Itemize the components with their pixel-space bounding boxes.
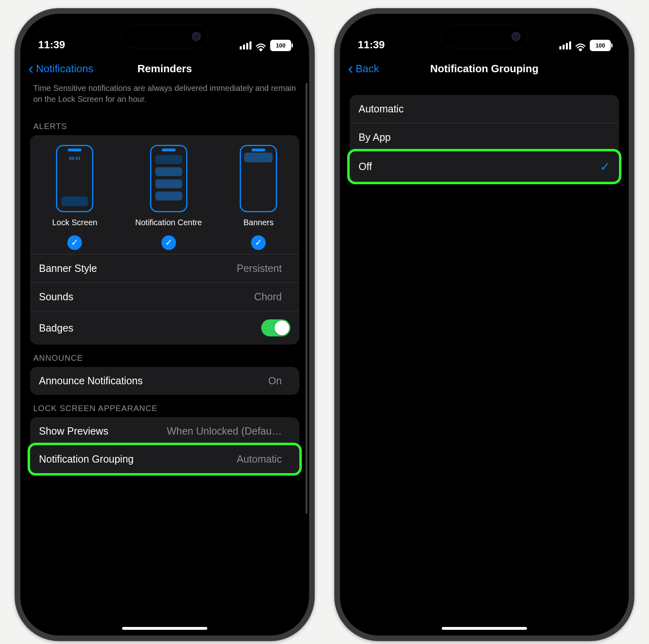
banner-style-row[interactable]: Banner Style Persistent› (30, 254, 299, 282)
row-label: Banner Style (39, 263, 97, 274)
dynamic-island (122, 25, 207, 48)
front-camera (192, 32, 201, 41)
home-indicator[interactable] (122, 627, 207, 630)
alert-style-label: Notification Centre (135, 218, 202, 227)
sounds-row[interactable]: Sounds Chord› (30, 282, 299, 311)
badges-toggle[interactable] (261, 319, 290, 336)
checkmark-icon: ✓ (67, 235, 82, 250)
wifi-icon (575, 41, 586, 50)
svg-point-0 (260, 50, 262, 51)
row-label: Announce Notifications (39, 375, 143, 387)
alert-style-label: Lock Screen (52, 218, 97, 227)
dynamic-island (442, 25, 527, 48)
svg-point-1 (580, 50, 581, 51)
checkmark-icon: ✓ (161, 235, 176, 250)
back-label: Notifications (36, 62, 94, 75)
front-camera (511, 32, 520, 41)
status-time: 11:39 (358, 39, 385, 51)
alert-style-label: Banners (243, 218, 274, 227)
row-label: Badges (39, 322, 73, 334)
highlight-box: Notification Grouping Automatic› (28, 443, 302, 476)
option-label: Off (359, 161, 372, 172)
show-previews-row[interactable]: Show Previews When Unlocked (Defau…› (30, 417, 299, 445)
wifi-icon (256, 41, 266, 50)
nav-bar: ‹ Back Notification Grouping (340, 54, 629, 83)
page-title: Notification Grouping (340, 62, 629, 75)
highlight-box: Off ✓ (347, 149, 621, 184)
grouping-option-automatic[interactable]: Automatic (350, 95, 619, 123)
phone-left: 11:39 100 ‹ Notifications Reminders Time… (15, 8, 315, 641)
row-label: Sounds (39, 291, 73, 303)
checkmark-icon: ✓ (251, 235, 266, 250)
announce-notifications-row[interactable]: Announce Notifications On› (30, 367, 299, 395)
back-button[interactable]: ‹ Back (348, 62, 379, 75)
phone-right: 11:39 100 ‹ Back Notification Grouping (334, 8, 634, 641)
cellular-signal-icon (240, 41, 251, 50)
alert-style-lock-screen[interactable]: 09:41 Lock Screen ✓ (52, 145, 97, 250)
nav-bar: ‹ Notifications Reminders (20, 54, 309, 83)
cellular-signal-icon (559, 41, 571, 50)
notification-grouping-row[interactable]: Notification Grouping Automatic› (30, 445, 299, 473)
announce-section-header: ANNOUNCE (30, 345, 299, 367)
option-label: By App (359, 131, 391, 143)
grouping-option-by-app[interactable]: By App (350, 123, 619, 151)
battery-icon: 100 (590, 40, 611, 51)
scrollbar[interactable] (305, 83, 307, 514)
back-button[interactable]: ‹ Notifications (28, 62, 93, 75)
checkmark-icon: ✓ (600, 159, 610, 174)
grouping-options-content: Automatic By App Off ✓ (340, 95, 629, 635)
badges-row[interactable]: Badges (30, 311, 299, 345)
settings-content: Time Sensitive notifications are always … (20, 83, 309, 635)
alert-style-notification-centre[interactable]: Notification Centre ✓ (135, 145, 202, 250)
lock-screen-appearance-header: LOCK SCREEN APPEARANCE (30, 395, 299, 417)
grouping-option-off[interactable]: Off ✓ (350, 151, 619, 182)
alert-style-banners[interactable]: Banners ✓ (240, 145, 277, 250)
notification-centre-preview-icon (150, 145, 187, 212)
grouping-options-list: Automatic By App Off ✓ (350, 95, 619, 184)
time-sensitive-hint: Time Sensitive notifications are always … (30, 83, 299, 113)
banner-preview-icon (240, 145, 277, 212)
alerts-section-header: ALERTS (30, 113, 299, 135)
option-label: Automatic (359, 103, 404, 115)
back-label: Back (356, 62, 379, 75)
home-indicator[interactable] (442, 627, 527, 630)
alerts-card: 09:41 Lock Screen ✓ Notification Cen (30, 135, 299, 345)
status-time: 11:39 (38, 39, 65, 51)
lock-screen-preview-icon: 09:41 (56, 145, 93, 212)
battery-icon: 100 (270, 40, 291, 51)
row-label: Show Previews (39, 425, 108, 437)
row-label: Notification Grouping (39, 453, 133, 465)
